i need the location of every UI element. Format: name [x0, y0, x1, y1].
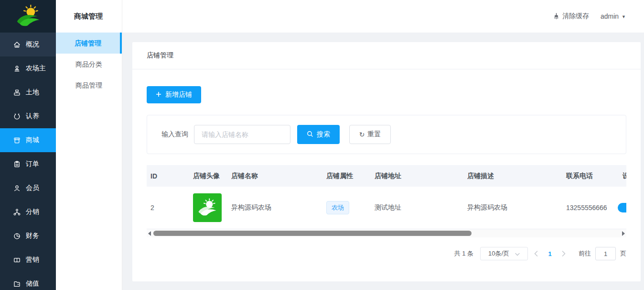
sidebar-item-land[interactable]: 土地	[0, 80, 56, 104]
header-id: ID	[147, 172, 189, 180]
sidebar-item-marketing[interactable]: 营销	[0, 248, 56, 272]
topbar: 清除缓存 admin ▼	[122, 0, 644, 33]
sidebar-item-distribution[interactable]: 分销	[0, 200, 56, 224]
scrollbar-track[interactable]	[152, 229, 621, 237]
page-unit-label: 页	[620, 249, 626, 258]
reset-button[interactable]: ↻ 重置	[349, 125, 391, 144]
sidebar-item-stored-value[interactable]: 储值	[0, 272, 56, 290]
goto-page-group: 前往 页	[579, 247, 626, 260]
store-avatar	[193, 193, 222, 222]
add-store-label: 新增店铺	[165, 90, 192, 99]
triangle-right-icon	[622, 231, 625, 236]
next-page-button[interactable]	[556, 251, 572, 257]
sidebar-item-label: 储值	[26, 279, 39, 288]
sidebar-item-label: 商城	[26, 136, 39, 145]
home-icon	[13, 41, 21, 49]
cell-setting	[619, 203, 626, 212]
distribution-icon	[13, 208, 21, 216]
store-management-card: 店铺管理 新增店铺 输入查询	[132, 42, 641, 281]
content-area: 店铺管理 新增店铺 输入查询	[122, 33, 644, 290]
horizontal-scrollbar	[147, 229, 626, 237]
sidebar-item-mall[interactable]: 商城	[0, 128, 56, 152]
sidebar-item-label: 订单	[26, 160, 39, 168]
farm-logo-icon	[196, 198, 218, 217]
sidebar-item-label: 土地	[26, 88, 39, 97]
pagination: 共 1 条 10条/页 1	[147, 247, 626, 260]
cell-phone: 13255556666	[562, 204, 619, 212]
scrollbar-thumb[interactable]	[153, 231, 472, 236]
cell-avatar	[189, 193, 227, 222]
order-icon	[13, 160, 21, 168]
sidebar-item-members[interactable]: 会员	[0, 176, 56, 200]
page-size-select[interactable]: 10条/页	[480, 247, 528, 260]
reset-button-label: 重置	[367, 130, 381, 139]
table-inner: ID 店铺头像 店铺名称 店铺属性 店铺地址 店铺描述 联系电话 设置 2	[147, 165, 626, 229]
search-button[interactable]: 搜索	[297, 125, 340, 144]
main-area: 清除缓存 admin ▼ 店铺管理 新增店铺	[122, 0, 644, 290]
header-avatar: 店铺头像	[189, 172, 227, 180]
scroll-right-arrow[interactable]	[621, 231, 626, 236]
scroll-left-arrow[interactable]	[147, 231, 152, 236]
setting-toggle[interactable]	[618, 203, 626, 212]
sidebar-item-farmer[interactable]: 农场主	[0, 56, 56, 80]
plus-icon	[156, 91, 161, 99]
header-phone: 联系电话	[562, 172, 619, 180]
header-description: 店铺描述	[463, 172, 562, 180]
cell-description: 异构源码农场	[463, 203, 562, 212]
clear-cache-label: 清除缓存	[562, 12, 589, 21]
sidebar-item-label: 农场主	[26, 64, 46, 73]
submenu-item-store-management[interactable]: 店铺管理	[56, 33, 122, 54]
goto-page-input[interactable]	[595, 247, 616, 260]
triangle-left-icon	[148, 231, 151, 236]
search-panel: 输入查询 搜索 ↻ 重置	[147, 115, 626, 154]
submenu-title: 商城管理	[56, 0, 122, 33]
sidebar-item-finance[interactable]: 财务	[0, 224, 56, 248]
main-sidebar: 概况 农场主 土地 认养	[0, 0, 56, 290]
sidebar-item-label: 认养	[26, 112, 39, 121]
user-menu[interactable]: admin ▼	[601, 12, 626, 20]
cell-store-name: 异构源码农场	[227, 203, 322, 212]
sidebar-item-label: 会员	[26, 184, 39, 192]
card-header: 店铺管理	[132, 42, 641, 69]
sidebar-item-adopt[interactable]: 认养	[0, 104, 56, 128]
member-icon	[13, 184, 21, 192]
add-store-button[interactable]: 新增店铺	[147, 86, 201, 103]
header-name: 店铺名称	[227, 172, 322, 180]
submenu-item-goods-management[interactable]: 商品管理	[56, 75, 122, 96]
submenu-item-goods-category[interactable]: 商品分类	[56, 54, 122, 75]
page-number-1[interactable]: 1	[544, 250, 556, 257]
brand-logo[interactable]	[0, 0, 56, 33]
cell-id: 2	[147, 204, 189, 212]
marketing-icon	[13, 256, 21, 264]
sidebar-nav: 概况 农场主 土地 认养	[0, 33, 56, 290]
cell-address: 测试地址	[371, 203, 463, 212]
chevron-down-icon	[515, 250, 520, 257]
prev-page-button[interactable]	[528, 251, 544, 257]
sidebar-item-label: 概况	[26, 40, 39, 49]
pagination-total: 共 1 条	[454, 249, 473, 258]
store-name-input[interactable]	[194, 125, 290, 144]
sidebar-item-orders[interactable]: 订单	[0, 152, 56, 176]
goto-label: 前往	[579, 249, 591, 258]
stored-value-icon	[13, 280, 21, 288]
username: admin	[601, 12, 619, 20]
page-title: 店铺管理	[147, 51, 173, 60]
farmer-icon	[13, 65, 21, 73]
cell-attribute: 农场	[322, 201, 371, 214]
sidebar-item-label: 分销	[26, 208, 39, 216]
page-size-value: 10条/页	[488, 249, 509, 258]
land-icon	[13, 89, 21, 97]
sidebar-item-overview[interactable]: 概况	[0, 33, 56, 56]
header-address: 店铺地址	[371, 172, 463, 180]
table-header-row: ID 店铺头像 店铺名称 店铺属性 店铺地址 店铺描述 联系电话 设置	[147, 165, 626, 187]
attribute-tag: 农场	[326, 201, 349, 214]
search-label: 输入查询	[161, 130, 188, 139]
header-setting: 设置	[619, 172, 626, 180]
search-button-label: 搜索	[317, 130, 330, 139]
app-layout: 概况 农场主 土地 认养	[0, 0, 644, 290]
store-table: ID 店铺头像 店铺名称 店铺属性 店铺地址 店铺描述 联系电话 设置 2	[147, 165, 626, 237]
broom-icon	[553, 13, 559, 20]
farm-logo-icon	[14, 4, 42, 28]
search-icon	[307, 131, 313, 139]
clear-cache-button[interactable]: 清除缓存	[553, 12, 589, 21]
